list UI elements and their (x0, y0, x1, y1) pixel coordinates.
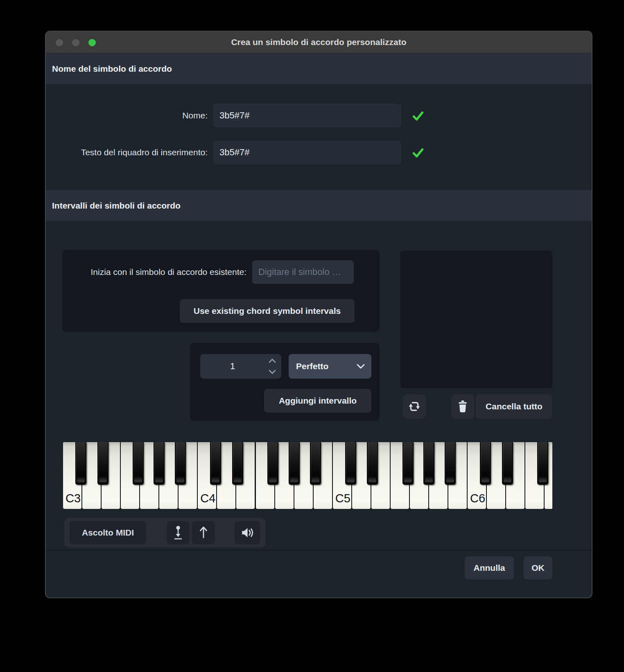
invert-interval-button[interactable] (403, 394, 426, 419)
ok-button[interactable]: OK (524, 556, 552, 579)
existing-chord-symbol-input[interactable]: Digitare il simbolo … (252, 260, 354, 284)
midi-pitch-down-button[interactable] (167, 521, 190, 544)
create-chord-symbol-dialog: Crea un simbolo di accordo personalizzat… (45, 31, 592, 598)
speaker-icon (240, 526, 254, 539)
chevron-down-icon (268, 369, 276, 375)
name-section-title: Nome del simbolo di accordo (52, 64, 172, 74)
dialog-footer: Annulla OK (46, 550, 592, 598)
black-key[interactable] (154, 442, 165, 485)
midi-pitch-up-button[interactable] (192, 521, 215, 544)
black-key[interactable] (445, 442, 456, 485)
entry-text-label: Testo del riquadro di inserimento: (62, 141, 208, 164)
entry-text-input-value: 3b5#7# (219, 147, 249, 158)
add-interval-group: 1 Perfetto Aggiungi intervallo (190, 343, 380, 421)
pin-arrow-down-icon (173, 525, 183, 540)
octave-label: C4 (200, 492, 215, 505)
interval-number-spinner[interactable]: 1 (200, 354, 281, 379)
octave-label: C6 (470, 492, 485, 505)
black-key[interactable] (537, 442, 548, 485)
black-key[interactable] (402, 442, 414, 485)
dropdown-chevron-icon (356, 361, 365, 371)
interval-quality-value: Perfetto (296, 361, 328, 371)
black-key[interactable] (267, 442, 278, 485)
delete-interval-button[interactable] (451, 394, 474, 419)
spin-down-button[interactable] (268, 369, 276, 375)
black-key[interactable] (480, 442, 491, 485)
black-key[interactable] (345, 442, 356, 485)
name-section-header: Nome del simbolo di accordo (46, 53, 592, 84)
midi-controls-bar: Ascolto MIDI (64, 518, 266, 547)
interval-number-value: 1 (200, 354, 265, 379)
intervals-list[interactable] (400, 251, 552, 388)
trash-icon (457, 400, 469, 413)
black-key[interactable] (232, 442, 243, 485)
black-key[interactable] (133, 442, 144, 485)
intervals-section-header: Intervalli dei simboli di accordo (46, 190, 592, 221)
name-valid-check-icon (411, 109, 425, 123)
midi-volume-button[interactable] (235, 521, 260, 544)
titlebar: Crea un simbolo di accordo personalizzat… (46, 32, 592, 53)
name-input-value: 3b5#7# (219, 110, 249, 121)
black-key[interactable] (367, 442, 378, 485)
clear-all-button[interactable]: Cancella tutto (476, 394, 552, 419)
black-key[interactable] (423, 442, 434, 485)
existing-chord-symbol-placeholder: Digitare il simbolo … (258, 267, 341, 277)
intervals-section-title: Intervalli dei simboli di accordo (52, 201, 181, 211)
black-key[interactable] (502, 442, 513, 485)
black-key[interactable] (75, 442, 86, 485)
cycle-arrows-icon (408, 400, 421, 413)
spin-up-button[interactable] (268, 358, 276, 363)
window-title: Crea un simbolo di accordo personalizzat… (231, 37, 406, 47)
traffic-light-close-button[interactable] (56, 39, 63, 46)
black-key[interactable] (310, 442, 321, 485)
piano-keyboard: C3C4C5C6 (63, 442, 552, 509)
black-key[interactable] (97, 442, 109, 485)
traffic-light-minimize-button[interactable] (72, 39, 79, 46)
midi-listen-button[interactable]: Ascolto MIDI (70, 521, 146, 544)
black-key[interactable] (210, 442, 221, 485)
add-interval-button[interactable]: Aggiungi intervallo (264, 389, 371, 413)
arrow-up-icon (198, 525, 209, 540)
cancel-button[interactable]: Annulla (465, 556, 514, 579)
start-with-existing-label: Inizia con il simbolo di accordo esisten… (62, 260, 246, 284)
black-key[interactable] (175, 442, 186, 485)
entry-text-input[interactable]: 3b5#7# (213, 141, 401, 164)
interval-quality-dropdown[interactable]: Perfetto (289, 354, 371, 379)
entry-valid-check-icon (411, 146, 425, 159)
black-key[interactable] (289, 442, 300, 485)
traffic-light-zoom-button[interactable] (88, 39, 96, 46)
chevron-up-icon (268, 358, 276, 363)
octave-label: C5 (335, 492, 350, 505)
use-existing-intervals-button[interactable]: Use existing chord symbol intervals (180, 299, 355, 323)
name-label: Nome: (62, 104, 208, 127)
name-input[interactable]: 3b5#7# (213, 104, 401, 127)
octave-label: C3 (66, 492, 81, 505)
start-with-existing-group: Inizia con il simbolo di accordo esisten… (62, 250, 380, 332)
